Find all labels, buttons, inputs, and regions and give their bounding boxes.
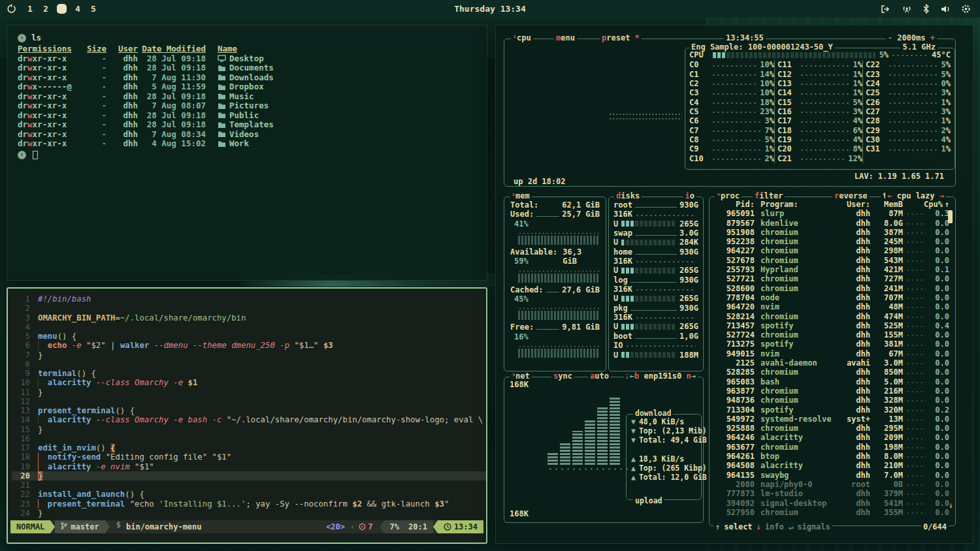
disks-panel-title[interactable]: disks (614, 191, 642, 200)
code-line-4[interactable]: 4 (12, 323, 486, 332)
process-row-527721[interactable]: 527721chromiumdhh727M0.0 (715, 274, 949, 283)
workspace-2[interactable]: 2 (39, 3, 53, 15)
process-row-394092[interactable]: 394092signal-desktopdhh541M0.0 (715, 499, 949, 508)
code-line-13[interactable]: 13present_terminal() { (12, 406, 486, 415)
code-line-19[interactable]: 19▏ alacritty -e nvim "$1" (12, 462, 486, 471)
settings-icon[interactable] (961, 4, 971, 14)
code-line-3[interactable]: 3OMARCHY_BIN_PATH=~/.local/share/omarchy… (12, 313, 486, 323)
code-line-1[interactable]: 1#!/bin/bash (12, 294, 486, 304)
interval-increase[interactable]: + (930, 33, 935, 42)
sort-mode-switch[interactable]: ← cpu lazy → (885, 191, 946, 200)
process-row-255793[interactable]: 255793Hyprlanddhh421M0.1 (715, 265, 949, 274)
code-line-22[interactable]: 22install_and_launch() { (12, 490, 486, 499)
process-row-964246[interactable]: 964246alacrittydhh209M0.0 (715, 433, 949, 442)
code-line-21[interactable]: 21 (12, 480, 486, 490)
separator (380, 520, 384, 533)
process-row-528285[interactable]: 528285chromiumdhh850M0.0 (715, 368, 949, 377)
col-date-modified: Date Modified (138, 44, 206, 54)
code-line-17[interactable]: 17edit_in_nvim() { (12, 443, 486, 452)
workspace-1[interactable]: 1 (23, 3, 37, 15)
process-row-527950[interactable]: 527950chromiumdhh355M0.0 (715, 508, 949, 517)
process-row-527678[interactable]: 527678chromiumdhh543M0.0 (715, 256, 949, 265)
workspace-3[interactable] (57, 4, 67, 14)
net-interface-switch[interactable]: ←b enp191s0 n→ (628, 371, 698, 381)
code-line-23[interactable]: 23▏ present_terminal "echo 'Installing $… (12, 499, 486, 509)
scroll-up-icon[interactable]: ↑ (943, 200, 949, 209)
net-auto-button[interactable]: auto (588, 371, 611, 381)
scroll-down-icon[interactable]: ↓ (949, 501, 953, 510)
code-line-5[interactable]: 5menu() { (12, 332, 486, 341)
logout-icon[interactable] (881, 5, 891, 14)
mem-panel-title[interactable]: ²mem (510, 191, 532, 201)
interval-decrease[interactable]: - (888, 33, 892, 42)
process-row-2080[interactable]: 2080napi/phy0-0root0B0.0 (715, 480, 949, 489)
code-line-12[interactable]: 12 (12, 397, 486, 406)
code-line-2[interactable]: 2 (12, 304, 486, 313)
process-row-964227[interactable]: 964227chromiumdhh298M0.0 (715, 246, 949, 255)
code-line-10[interactable]: 10▏ alacritty --class Omarchy -e $1 (12, 378, 486, 387)
process-row-965091[interactable]: 965091slurpdhh87M0.3 (715, 209, 949, 218)
process-row-713457[interactable]: 713457spotifydhh525M0.4 (715, 321, 949, 330)
select-button[interactable]: select (724, 522, 752, 531)
code-line-15[interactable]: 15} (12, 425, 486, 434)
process-row-713275[interactable]: 713275spotifydhh381M0.0 (715, 339, 949, 349)
process-row-951908[interactable]: 951908chromiumdhh387M0.0 (715, 228, 949, 237)
preset-button[interactable]: preset * (600, 33, 642, 42)
process-row-778704[interactable]: 778704nodedhh707M0.0 (715, 293, 949, 302)
workspace-4[interactable]: 4 (71, 3, 85, 15)
code-line-16[interactable]: 16 (12, 434, 486, 443)
code-line-7[interactable]: 7} (12, 351, 486, 360)
process-row-963677[interactable]: 963677chromiumdhh198M0.0 (715, 443, 949, 452)
interval-control[interactable]: - 2000ms + (886, 33, 937, 42)
code-line-11[interactable]: 11} (12, 388, 486, 397)
statusline: NORMAL master $ bin/omarchy-menu <20> ‹ … (10, 520, 483, 533)
menu-button[interactable]: menu (554, 33, 577, 42)
info-button[interactable]: info ↵ (765, 522, 793, 531)
core-c0: C010% (689, 60, 774, 69)
io-mode-button[interactable]: io (683, 191, 696, 200)
code-line-14[interactable]: 14▏ alacritty --class Omarchy -e bash -c… (12, 415, 486, 424)
process-row-948736[interactable]: 948736chromiumdhh328M0.0 (715, 396, 949, 405)
code-line-9[interactable]: 9terminal() { (12, 369, 486, 378)
process-list[interactable]: 965091slurpdhh87M0.3879567kdenlivedhh8.0… (715, 209, 949, 517)
code-line-6[interactable]: 6▏ echo -e "$2" | walker --dmenu --theme… (12, 341, 486, 350)
bluetooth-icon[interactable] (923, 4, 930, 14)
disk-usage-bar (621, 352, 676, 358)
process-row-925888[interactable]: 925888chromiumdhh295M0.0 (715, 424, 949, 433)
volume-icon[interactable] (940, 5, 951, 14)
workspace-5[interactable]: 5 (86, 3, 101, 15)
process-row-777873[interactable]: 777873lm-studiodhh379M0.0 (715, 489, 949, 498)
process-row-965083[interactable]: 965083bashdhh5.0M0.0 (715, 377, 949, 386)
process-row-879567[interactable]: 879567kdenlivedhh8.0G0.0 (715, 219, 949, 228)
process-row-964261[interactable]: 964261btopdhh8.0M0.0 (715, 452, 949, 461)
proc-panel-title[interactable]: ⁴proc (715, 191, 742, 201)
filter-button[interactable]: filter (753, 191, 785, 200)
process-row-952238[interactable]: 952238chromiumdhh245M0.0 (715, 237, 949, 246)
process-row-964135[interactable]: 964135swaybgdhh7.0M0.0 (715, 471, 949, 480)
code-area[interactable]: 1#!/bin/bash23OMARCHY_BIN_PATH=~/.local/… (12, 294, 486, 518)
code-line-20[interactable]: 20} (12, 471, 486, 480)
cpu-panel-title[interactable]: ¹cpu (511, 33, 533, 43)
reverse-button[interactable]: reverse (832, 191, 870, 200)
process-row-549972[interactable]: 549972systemd-resolvesyst+13M0.0 (715, 415, 949, 424)
net-sync-button[interactable]: sync (551, 371, 574, 381)
btop-window[interactable]: ¹cpu menu preset * 13:34:55 - 2000ms + E… (495, 25, 973, 544)
process-row-964720[interactable]: 964720nvimdhh48M0.0 (715, 302, 949, 311)
process-row-713304[interactable]: 713304spotifydhh320M0.2 (715, 405, 949, 415)
code-line-24[interactable]: 24} (12, 509, 486, 518)
process-row-527724[interactable]: 527724chromiumdhh155M0.0 (715, 330, 949, 339)
editor-window-nvim[interactable]: 1#!/bin/bash23OMARCHY_BIN_PATH=~/.local/… (7, 287, 487, 544)
process-row-2125[interactable]: 2125avahi-daemonavahi3.0M0.0 (715, 358, 949, 368)
process-row-963877[interactable]: 963877chromiumdhh216M0.0 (715, 386, 949, 396)
signals-button[interactable]: signals (797, 522, 830, 531)
code-line-8[interactable]: 8 (12, 360, 486, 369)
terminal-window-ls[interactable]: › ls Permissions Size User Date Modified… (7, 25, 487, 281)
process-row-528600[interactable]: 528600chromiumdhh241M0.0 (715, 284, 949, 293)
process-row-528214[interactable]: 528214chromiumdhh474M0.0 (715, 312, 949, 321)
code-line-18[interactable]: 18▏ notify-send "Editing config file" "$… (12, 452, 486, 462)
process-row-949015[interactable]: 949015nvimdhh67M0.0 (715, 349, 949, 358)
proc-scrollbar[interactable] (948, 210, 953, 223)
network-icon[interactable] (902, 5, 912, 14)
omarchy-logo-icon[interactable] (7, 4, 16, 14)
process-row-964508[interactable]: 964508alacrittydhh210M0.0 (715, 461, 949, 470)
